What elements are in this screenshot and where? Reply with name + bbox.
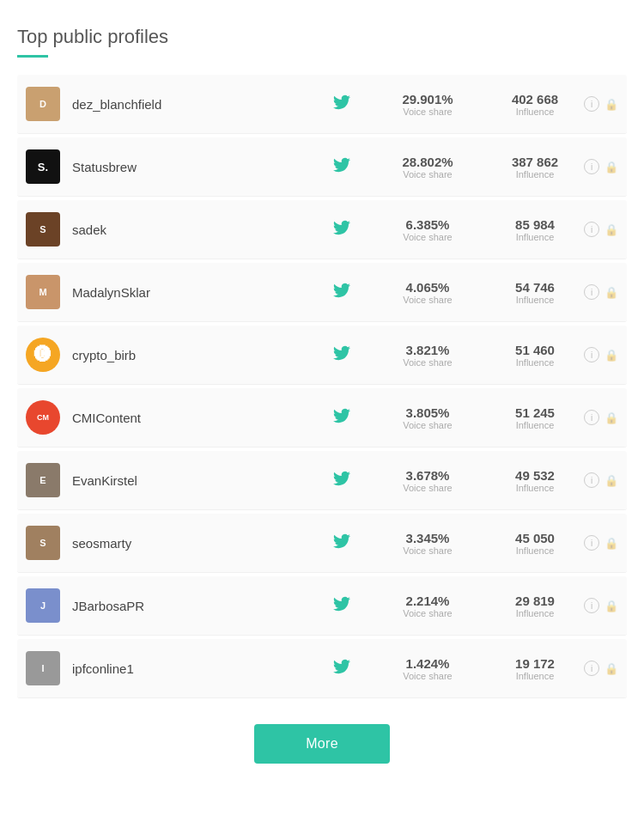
- action-icons: i🔒: [584, 535, 618, 551]
- twitter-icon[interactable]: [333, 595, 350, 617]
- twitter-icon[interactable]: [333, 533, 350, 554]
- influence-column: 29 819Influence: [496, 594, 574, 618]
- action-icons: i🔒: [584, 222, 618, 237]
- twitter-icon[interactable]: [333, 282, 350, 303]
- action-icons: i🔒: [584, 284, 618, 300]
- influence-label: Influence: [496, 295, 574, 305]
- lock-icon[interactable]: 🔒: [605, 662, 618, 675]
- lock-icon[interactable]: 🔒: [605, 411, 618, 424]
- info-icon[interactable]: i: [584, 284, 599, 300]
- voice-share-label: Voice share: [385, 671, 471, 681]
- influence-column: 45 050Influence: [496, 531, 574, 556]
- profile-row: EEvanKirstel 3.678%Voice share49 532Infl…: [17, 451, 627, 510]
- influence-value: 54 746: [496, 280, 574, 295]
- page-title: Top public profiles: [17, 26, 627, 48]
- profile-row: CMCMIContent 3.805%Voice share51 245Infl…: [17, 388, 627, 448]
- lock-icon[interactable]: 🔒: [605, 98, 618, 111]
- action-icons: i🔒: [584, 96, 618, 112]
- username: JBarbosaPR: [72, 599, 333, 613]
- influence-value: 402 668: [496, 92, 574, 107]
- profile-row: S.Statusbrew 28.802%Voice share387 862In…: [17, 137, 627, 197]
- action-icons: i🔒: [584, 159, 618, 174]
- voice-share-label: Voice share: [385, 107, 471, 117]
- info-icon[interactable]: i: [584, 661, 599, 676]
- avatar-initials: S: [39, 538, 46, 548]
- avatar: J: [26, 588, 60, 623]
- twitter-icon[interactable]: [333, 658, 350, 679]
- info-icon[interactable]: i: [584, 222, 599, 237]
- influence-column: 49 532Influence: [496, 468, 574, 493]
- lock-icon[interactable]: 🔒: [605, 349, 618, 362]
- lock-icon[interactable]: 🔒: [605, 223, 618, 236]
- avatar-initials: S: [39, 224, 46, 234]
- voice-share-percent: 28.802%: [385, 155, 471, 169]
- avatar-initials: I: [41, 663, 44, 673]
- influence-value: 51 245: [496, 405, 574, 420]
- twitter-icon[interactable]: [333, 407, 350, 429]
- profile-row: JJBarbosaPR 2.214%Voice share29 819Influ…: [17, 576, 627, 636]
- more-button[interactable]: More: [254, 724, 390, 764]
- influence-label: Influence: [496, 232, 574, 242]
- voice-share-column: 4.065%Voice share: [385, 280, 471, 305]
- avatar-initials: E: [39, 475, 46, 485]
- voice-share-column: 3.821%Voice share: [385, 343, 471, 368]
- influence-value: 19 172: [496, 656, 574, 671]
- voice-share-percent: 1.424%: [385, 656, 471, 671]
- lock-icon[interactable]: 🔒: [605, 537, 618, 550]
- username: seosmarty: [72, 536, 333, 551]
- voice-share-column: 3.345%Voice share: [385, 531, 471, 556]
- lock-icon[interactable]: 🔒: [605, 161, 618, 174]
- twitter-icon[interactable]: [333, 156, 350, 178]
- twitter-icon[interactable]: [333, 94, 350, 115]
- voice-share-percent: 3.821%: [385, 343, 471, 357]
- info-icon[interactable]: i: [584, 535, 599, 551]
- username: EvanKirstel: [72, 473, 333, 488]
- voice-share-percent: 4.065%: [385, 280, 471, 295]
- action-icons: i🔒: [584, 472, 618, 488]
- twitter-icon[interactable]: [333, 470, 350, 491]
- avatar: E: [26, 463, 60, 497]
- info-icon[interactable]: i: [584, 347, 599, 362]
- voice-share-label: Voice share: [385, 420, 471, 430]
- action-icons: i🔒: [584, 410, 618, 425]
- info-icon[interactable]: i: [584, 598, 599, 613]
- avatar: CM: [26, 400, 60, 435]
- influence-column: 402 668Influence: [496, 92, 574, 117]
- avatar: I: [26, 651, 60, 685]
- voice-share-percent: 3.678%: [385, 468, 471, 483]
- profile-row: Ddez_blanchfield 29.901%Voice share402 6…: [17, 75, 627, 134]
- voice-share-label: Voice share: [385, 545, 471, 556]
- info-icon[interactable]: i: [584, 159, 599, 174]
- voice-share-label: Voice share: [385, 295, 471, 305]
- profile-row: Ssadek 6.385%Voice share85 984Influencei…: [17, 200, 627, 259]
- more-button-container: More: [17, 724, 627, 764]
- influence-label: Influence: [496, 608, 574, 618]
- influence-column: 51 245Influence: [496, 405, 574, 430]
- profile-row: Sseosmarty 3.345%Voice share45 050Influe…: [17, 514, 627, 573]
- voice-share-percent: 2.214%: [385, 594, 471, 608]
- influence-value: 29 819: [496, 594, 574, 608]
- lock-icon[interactable]: 🔒: [605, 600, 618, 612]
- avatar: D: [26, 87, 60, 121]
- action-icons: i🔒: [584, 661, 618, 676]
- influence-column: 51 460Influence: [496, 343, 574, 368]
- info-icon[interactable]: i: [584, 96, 599, 112]
- influence-column: 19 172Influence: [496, 656, 574, 681]
- voice-share-label: Voice share: [385, 483, 471, 493]
- action-icons: i🔒: [584, 347, 618, 362]
- influence-column: 85 984Influence: [496, 217, 574, 242]
- lock-icon[interactable]: 🔒: [605, 286, 618, 299]
- influence-value: 387 862: [496, 155, 574, 169]
- voice-share-column: 1.424%Voice share: [385, 656, 471, 681]
- voice-share-column: 29.901%Voice share: [385, 92, 471, 117]
- info-icon[interactable]: i: [584, 472, 599, 488]
- avatar-initials: CM: [37, 413, 49, 422]
- info-icon[interactable]: i: [584, 410, 599, 425]
- voice-share-label: Voice share: [385, 169, 471, 180]
- lock-icon[interactable]: 🔒: [605, 474, 618, 487]
- avatar-initials: M: [39, 287, 46, 297]
- twitter-icon[interactable]: [333, 219, 350, 241]
- influence-column: 387 862Influence: [496, 155, 574, 180]
- avatar-initials: S.: [38, 161, 48, 174]
- twitter-icon[interactable]: [333, 344, 350, 366]
